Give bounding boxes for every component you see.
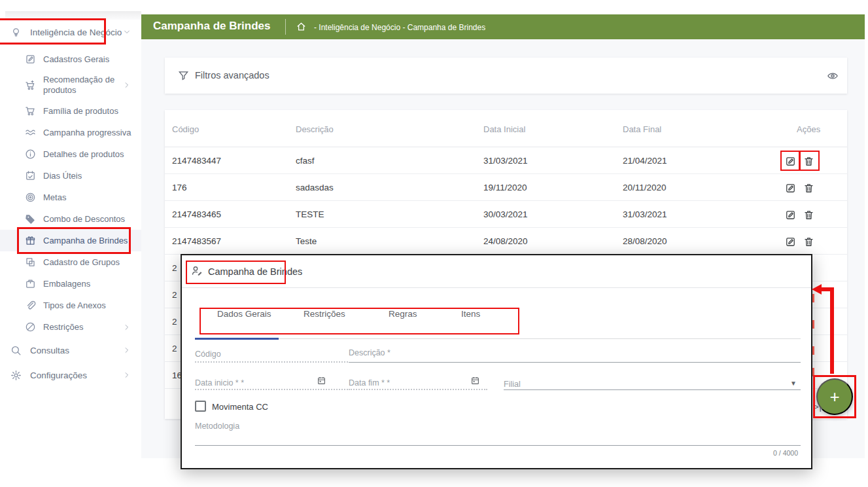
cell-codigo-fragment: 2	[172, 317, 177, 327]
sidebar-item-familia-de-produtos[interactable]: Família de produtos	[0, 100, 141, 122]
cell-codigo: 176	[172, 183, 187, 192]
cart-plus-icon	[25, 80, 36, 91]
sidebar-item-cadastro-de-grupos[interactable]: Cadastro de Grupos	[0, 251, 141, 273]
edit-square-icon	[25, 54, 36, 65]
annotation-arrow-head	[812, 284, 822, 295]
page: Inteligência de NegócioCadastros GeraisR…	[0, 0, 868, 487]
edit-icon[interactable]	[785, 183, 796, 194]
advanced-filters-panel[interactable]: Filtros avançados	[165, 58, 847, 94]
sidebar-item-label: Combo de Descontos	[43, 214, 125, 224]
add-campaign-button[interactable]: +	[816, 378, 853, 415]
cell-data_inicial: 31/03/2021	[483, 156, 528, 166]
sidebar-item-label: Consultas	[30, 346, 69, 355]
sidebar-item-metas[interactable]: Metas	[0, 187, 141, 208]
char-counter: 0 / 4000	[773, 449, 798, 457]
data-inicio-field[interactable]: Data inicio * *	[195, 378, 244, 388]
edit-icon[interactable]	[785, 156, 796, 167]
delete-icon[interactable]	[803, 156, 814, 167]
sidebar-item-campanha-progressiva[interactable]: Campanha progressiva	[0, 122, 141, 143]
cell-codigo: 2147483465	[172, 209, 221, 219]
cell-data_final: 31/03/2021	[623, 209, 667, 219]
cell-data_inicial: 30/03/2021	[483, 209, 528, 219]
movimenta-cc-label: Movimenta CC	[212, 402, 268, 412]
home-icon[interactable]	[296, 21, 307, 32]
sidebar-item-label: Dias Úteis	[43, 171, 82, 181]
sidebar-item-restricoes[interactable]: Restrições	[0, 316, 141, 338]
table-row: 2147483465TESTE30/03/202131/03/2021	[165, 201, 847, 228]
cell-codigo: 2147483447	[172, 156, 221, 166]
delete-icon[interactable]	[803, 236, 814, 247]
gift-icon	[25, 235, 36, 246]
page-title: Campanha de Brindes	[153, 20, 271, 33]
block-icon	[25, 321, 36, 333]
chevron-down-icon	[123, 28, 131, 36]
delete-icon-sliver	[812, 320, 814, 329]
sidebar-item-combo-de-descontos[interactable]: Combo de Descontos	[0, 208, 141, 230]
info-icon	[25, 149, 36, 160]
search-icon	[10, 345, 22, 356]
sidebar-item-configuracoes[interactable]: Configurações	[0, 363, 141, 388]
sidebar-item-detalhes-de-produtos[interactable]: Detalhes de produtos	[0, 143, 141, 165]
cell-descricao: sadasdas	[296, 183, 334, 192]
calendar-icon[interactable]	[317, 376, 326, 386]
sidebar-item-embalagens[interactable]: Embalagens	[0, 273, 141, 295]
sidebar-item-recomendacao-de-produtos[interactable]: Recomendação de produtos	[0, 70, 141, 100]
target-icon	[25, 192, 36, 203]
dialog-tabs: Dados GeraisRestriçõesRegrasItens	[182, 309, 811, 326]
delete-icon[interactable]	[803, 183, 814, 194]
delete-icon[interactable]	[803, 209, 814, 221]
sidebar-item-label: Metas	[43, 192, 66, 202]
metodologia-field[interactable]: Metodologia	[195, 422, 239, 431]
page-header: Campanha de Brindes - Inteligência de Ne…	[141, 14, 865, 39]
sidebar-item-label: Campanha progressiva	[43, 128, 131, 137]
data-inicio-underline	[195, 389, 348, 390]
sidebar-item-label: Tipos de Anexos	[43, 300, 106, 310]
movimenta-cc-checkbox[interactable]	[195, 401, 206, 412]
filial-underline	[504, 389, 801, 390]
edit-icon[interactable]	[785, 209, 796, 221]
edit-icon[interactable]	[785, 236, 796, 247]
cell-codigo-fragment: 2	[172, 290, 177, 300]
sidebar-item-label: Inteligência de Negócio	[30, 27, 122, 37]
descricao-field[interactable]: Descrição *	[349, 348, 391, 357]
header-divider	[285, 19, 286, 35]
chevron-right-icon	[123, 346, 131, 354]
cell-codigo: 2147483567	[172, 236, 221, 246]
codigo-underline	[195, 361, 348, 363]
sidebar-item-consultas[interactable]: Consultas	[0, 338, 141, 363]
gear-icon	[10, 370, 22, 381]
sidebar: Inteligência de NegócioCadastros GeraisR…	[0, 0, 141, 487]
filial-select[interactable]: Filial	[504, 380, 521, 389]
tab-restricoes[interactable]: Restrições	[304, 309, 345, 319]
cell-data_final: 21/04/2021	[623, 156, 667, 166]
sidebar-item-label: Detalhes de produtos	[43, 149, 124, 159]
codigo-field[interactable]: Código	[195, 350, 221, 359]
data-fim-field[interactable]: Data fim * *	[349, 378, 390, 388]
cell-codigo-fragment: 2	[172, 263, 177, 273]
chevron-down-icon[interactable]: ▼	[790, 380, 797, 387]
column-header-3: Data Inicial	[483, 124, 525, 134]
dialog-divider	[182, 287, 811, 288]
package-icon	[25, 278, 36, 289]
tag-icon	[25, 213, 36, 225]
sidebar-item-label: Configurações	[30, 370, 87, 380]
bulb-icon	[10, 27, 22, 38]
chevron-right-icon	[123, 323, 131, 331]
dialog-title: Campanha de Brindes	[208, 266, 302, 277]
tab-dados-gerais[interactable]: Dados Gerais	[217, 309, 271, 319]
tab-itens[interactable]: Itens	[461, 309, 480, 319]
sidebar-item-dias-uteis[interactable]: Dias Úteis	[0, 165, 141, 187]
calendar-icon[interactable]	[470, 376, 480, 386]
tab-regras[interactable]: Regras	[389, 309, 417, 319]
filters-title: Filtros avançados	[195, 70, 269, 81]
annotation-arrow-vertical	[830, 287, 834, 374]
sidebar-item-inteligencia-de-negocio[interactable]: Inteligência de Negócio	[0, 20, 141, 45]
calendar-check-icon	[25, 170, 36, 181]
sidebar-item-label: Cadastros Gerais	[43, 54, 109, 64]
sidebar-item-cadastros-gerais[interactable]: Cadastros Gerais	[0, 48, 141, 70]
sidebar-item-label: Cadastro de Grupos	[43, 257, 120, 267]
sidebar-item-campanha-de-brindes[interactable]: Campanha de Brindes	[0, 230, 141, 251]
sidebar-item-tipos-de-anexos[interactable]: Tipos de Anexos	[0, 295, 141, 316]
eye-icon[interactable]	[827, 70, 839, 82]
delete-icon-sliver	[812, 346, 814, 355]
